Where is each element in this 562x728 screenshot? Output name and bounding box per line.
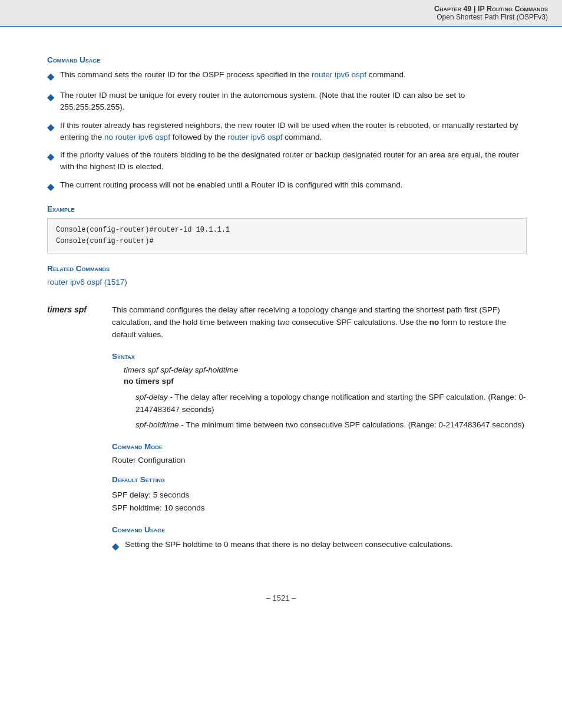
param-desc-spf-holdtime: - The minimum time between two consecuti… xyxy=(179,420,525,429)
router-ipv6-ospf-link-2[interactable]: router ipv6 ospf xyxy=(227,133,282,141)
bullet-diamond: ◆ xyxy=(112,539,119,554)
param-spf-delay: spf-delay - The delay after receiving a … xyxy=(135,391,527,416)
bullet-text: Setting the SPF holdtime to 0 means that… xyxy=(125,539,527,551)
page-footer: – 1521 – xyxy=(0,583,562,608)
timers-spf-description: This command configures the delay after … xyxy=(112,304,527,341)
timers-command-usage-heading: Command Usage xyxy=(112,525,527,534)
related-commands-heading: Related Commands xyxy=(47,264,527,273)
code-block: Console(config-router)#router-id 10.1.1.… xyxy=(47,218,527,253)
related-commands-section: Related Commands router ipv6 ospf (1517) xyxy=(47,264,527,286)
spf-holdtime-default: SPF holdtime: 10 seconds xyxy=(112,502,527,515)
command-mode-heading: Command Mode xyxy=(112,442,527,451)
list-item: ◆ The router ID must be unique for every… xyxy=(47,90,527,114)
chapter-number: Chapter 49 xyxy=(434,5,471,13)
param-spf-holdtime: spf-holdtime - The minimum time between … xyxy=(135,419,527,431)
timers-spf-label: timers spf xyxy=(47,304,112,314)
default-setting-heading: Default Setting xyxy=(112,475,527,484)
list-item: ◆ Setting the SPF holdtime to 0 means th… xyxy=(112,539,527,554)
no-router-ipv6-ospf-link[interactable]: no router ipv6 ospf xyxy=(104,133,170,141)
header-title: IP Routing Commands xyxy=(478,5,548,13)
no-bold: no xyxy=(429,318,439,327)
bullet-diamond: ◆ xyxy=(47,180,54,194)
syntax-command: timers spf xyxy=(124,365,158,374)
main-content: Command Usage ◆ This command sets the ro… xyxy=(0,27,562,583)
router-ipv6-ospf-link-1[interactable]: router ipv6 ospf xyxy=(312,70,366,79)
command-mode-value: Router Configuration xyxy=(112,456,527,465)
list-item: ◆ The current routing process will not b… xyxy=(47,179,527,194)
list-item: ◆ This command sets the router ID for th… xyxy=(47,69,527,84)
example-section: Example Console(config-router)#router-id… xyxy=(47,205,527,253)
header-subtitle: Open Shortest Path First (OSPFv3) xyxy=(14,13,548,21)
syntax-block: timers spf spf-delay spf-holdtime no tim… xyxy=(124,365,527,432)
syntax-heading: Syntax xyxy=(112,352,527,361)
command-usage-section: Command Usage ◆ This command sets the ro… xyxy=(47,55,527,194)
command-usage-heading: Command Usage xyxy=(47,55,527,64)
page-number: – 1521 – xyxy=(266,594,296,602)
spf-delay-default: SPF delay: 5 seconds xyxy=(112,489,527,502)
bullet-text: The current routing process will not be … xyxy=(60,179,527,191)
timers-spf-section: timers spf This command configures the d… xyxy=(47,304,527,559)
related-commands-link[interactable]: router ipv6 ospf (1517) xyxy=(47,278,127,286)
param-name-spf-holdtime: spf-holdtime xyxy=(135,420,179,429)
syntax-params: spf-delay spf-holdtime xyxy=(160,365,238,374)
syntax-timers-spf: timers spf spf-delay spf-holdtime xyxy=(124,365,527,374)
page-header: Chapter 49 | IP Routing Commands Open Sh… xyxy=(0,0,562,27)
bullet-diamond: ◆ xyxy=(47,150,54,164)
bullet-text: If the priority values of the routers bi… xyxy=(60,149,527,173)
bullet-diamond: ◆ xyxy=(47,120,54,134)
command-usage-list: ◆ This command sets the router ID for th… xyxy=(47,69,527,194)
bullet-text: This command sets the router ID for the … xyxy=(60,69,527,81)
bullet-text: If this router already has registered ne… xyxy=(60,120,527,144)
bullet-diamond: ◆ xyxy=(47,90,54,104)
syntax-no-timers-spf: no timers spf xyxy=(124,377,527,386)
bullet-diamond: ◆ xyxy=(47,70,54,84)
list-item: ◆ If the priority values of the routers … xyxy=(47,149,527,173)
example-heading: Example xyxy=(47,205,527,213)
bullet-text: The router ID must be unique for every r… xyxy=(60,90,527,114)
timers-usage-list: ◆ Setting the SPF holdtime to 0 means th… xyxy=(112,539,527,554)
timers-spf-body: This command configures the delay after … xyxy=(112,304,527,559)
default-setting-values: SPF delay: 5 seconds SPF holdtime: 10 se… xyxy=(112,489,527,514)
chapter-label: Chapter 49 | IP Routing Commands xyxy=(434,5,548,13)
header-separator: | xyxy=(474,5,478,13)
param-desc-spf-delay: - The delay after receiving a topology c… xyxy=(135,393,525,414)
param-name-spf-delay: spf-delay xyxy=(135,393,168,401)
list-item: ◆ If this router already has registered … xyxy=(47,120,527,144)
